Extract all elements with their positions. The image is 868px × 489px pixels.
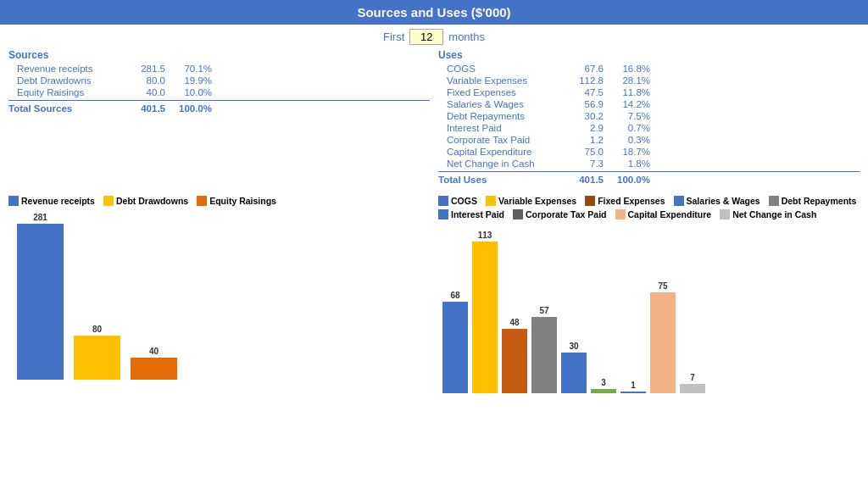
uses-total-label: Total Uses: [438, 175, 557, 185]
legend-color-swatch: [486, 196, 496, 206]
right-chart-legend: COGSVariable ExpensesFixed ExpensesSalar…: [438, 196, 860, 219]
bar-label-top: 281: [33, 213, 47, 222]
bar-right: [531, 317, 557, 393]
bar-right: [650, 292, 676, 393]
use-item-pct: 1.8%: [604, 158, 650, 169]
sources-total-pct: 100.0%: [165, 103, 212, 114]
first-label: First: [383, 31, 404, 43]
right-legend-item: Variable Expenses: [486, 196, 576, 206]
bar-right: [680, 384, 705, 393]
legend-color-swatch: [513, 209, 523, 219]
legend-item-label: Equity Raisings: [209, 196, 276, 206]
bar-group: 80: [74, 325, 120, 380]
bar-group: 40: [131, 347, 177, 380]
legend-color-swatch: [615, 209, 626, 219]
use-item-value: 1.2: [557, 135, 604, 145]
legend-item-label: Revenue receipts: [21, 196, 95, 206]
left-legend-item: Revenue receipts: [8, 196, 95, 206]
legend-item-label: Fixed Expenses: [598, 196, 665, 206]
use-item-label: Salaries & Wages: [438, 99, 557, 109]
use-item-label: Fixed Expenses: [438, 87, 557, 97]
legend-item-label: COGS: [451, 196, 477, 206]
data-section: Sources Revenue receipts 281.5 70.1% Deb…: [0, 49, 868, 187]
legend-item-label: Interest Paid: [451, 209, 504, 219]
bar-group-right: 75: [650, 281, 676, 393]
use-item-value: 67.6: [557, 64, 604, 74]
bar-label-top: 30: [569, 342, 578, 351]
bar-label-top: 48: [509, 318, 519, 327]
uses-total-pct: 100.0%: [604, 175, 650, 185]
use-row: Interest Paid 2.9 0.7%: [438, 122, 860, 134]
main-container: Sources and Uses ($'000) First months So…: [0, 0, 868, 489]
bar-group-right: 57: [531, 306, 557, 393]
source-item-label: Revenue receipts: [8, 64, 119, 74]
use-item-pct: 7.5%: [604, 111, 650, 121]
source-item-pct: 19.9%: [165, 75, 212, 86]
right-legend-item: Corporate Tax Paid: [513, 209, 607, 219]
use-item-pct: 0.3%: [604, 135, 650, 145]
page-title: Sources and Uses ($'000): [0, 0, 868, 25]
use-item-value: 47.5: [557, 87, 604, 97]
right-legend-item: Fixed Expenses: [585, 196, 665, 206]
use-row: Salaries & Wages 56.9 14.2%: [438, 98, 860, 110]
bar-label-top: 40: [149, 347, 159, 356]
bar: [17, 224, 64, 380]
bar-group-right: 30: [561, 342, 587, 393]
legend-color-swatch: [674, 196, 684, 206]
use-row: Corporate Tax Paid 1.2 0.3%: [438, 134, 860, 146]
source-item-label: Equity Raisings: [8, 87, 119, 97]
bar-label-top: 113: [478, 231, 492, 240]
bar-right: [502, 329, 527, 393]
use-row: Net Change in Cash 7.3 1.8%: [438, 158, 860, 169]
source-item-label: Debt Drawdowns: [8, 75, 119, 86]
use-item-value: 112.8: [557, 75, 604, 86]
right-legend-item: COGS: [438, 196, 477, 206]
source-row: Equity Raisings 40.0 10.0%: [8, 86, 430, 98]
legend-item-label: Variable Expenses: [498, 196, 576, 206]
uses-total-value: 401.5: [557, 175, 604, 185]
legend-color-swatch: [438, 196, 448, 206]
use-item-value: 2.9: [557, 123, 604, 133]
use-row: COGS 67.6 16.8%: [438, 63, 860, 75]
bar-label-top: 3: [601, 378, 606, 387]
bar-label-top: 68: [450, 291, 459, 300]
bar-right: [472, 242, 498, 393]
left-bar-chart: 281 80 40: [8, 210, 430, 380]
use-item-value: 75.0: [557, 147, 604, 157]
left-legend-item: Equity Raisings: [197, 196, 276, 206]
months-input[interactable]: [409, 29, 443, 45]
sources-rows: Revenue receipts 281.5 70.1% Debt Drawdo…: [8, 63, 430, 98]
bar-right: [442, 302, 468, 393]
bar: [131, 358, 177, 380]
legend-item-label: Debt Repayments: [782, 196, 857, 206]
bar-group: 281: [17, 213, 64, 380]
right-legend-item: Net Change in Cash: [720, 209, 816, 219]
use-item-value: 56.9: [557, 99, 604, 109]
bar-label-top: 75: [658, 281, 667, 291]
bar-group-right: 113: [472, 231, 498, 393]
bar-group-right: 1: [620, 381, 646, 393]
months-label: months: [448, 31, 485, 43]
use-item-label: Interest Paid: [438, 123, 557, 133]
legend-color-swatch: [8, 196, 19, 206]
source-row: Revenue receipts 281.5 70.1%: [8, 63, 430, 75]
months-row: First months: [0, 25, 868, 49]
sources-column: Sources Revenue receipts 281.5 70.1% Deb…: [8, 49, 430, 187]
right-legend-item: Salaries & Wages: [674, 196, 760, 206]
use-item-label: Debt Repayments: [438, 111, 557, 121]
bar-group-right: 48: [502, 318, 527, 393]
legend-color-swatch: [720, 209, 730, 219]
bar-right: [620, 392, 646, 393]
legend-color-swatch: [438, 209, 448, 219]
left-legend-item: Debt Drawdowns: [103, 196, 188, 206]
charts-section: Revenue receiptsDebt DrawdownsEquity Rai…: [0, 192, 868, 393]
legend-item-label: Net Change in Cash: [732, 209, 816, 219]
bar-group-right: 68: [442, 291, 468, 393]
bar-label-top: 7: [690, 373, 695, 382]
legend-color-swatch: [585, 196, 595, 206]
legend-color-swatch: [103, 196, 114, 206]
use-item-label: Corporate Tax Paid: [438, 135, 557, 145]
use-item-label: Net Change in Cash: [438, 158, 557, 169]
use-row: Variable Expenses 112.8 28.1%: [438, 75, 860, 86]
use-item-pct: 18.7%: [604, 147, 650, 157]
